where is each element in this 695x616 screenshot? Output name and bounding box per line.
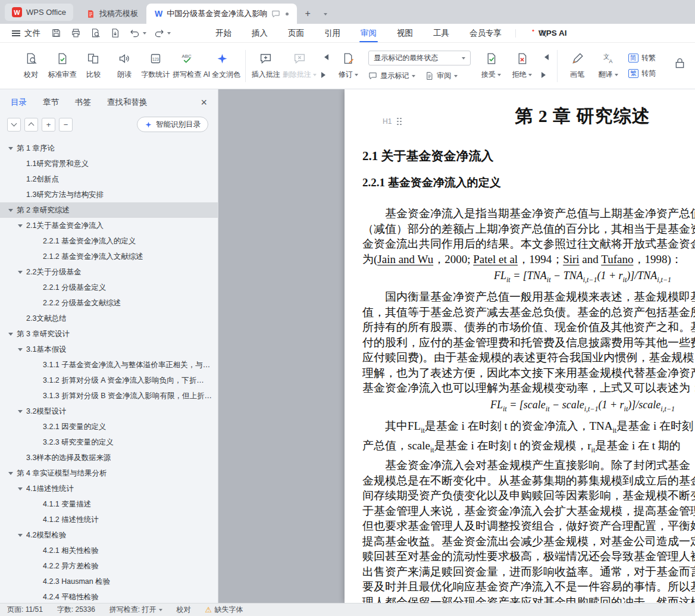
- toc-collapse-caret-icon[interactable]: [8, 207, 17, 214]
- read-aloud-button[interactable]: 朗读: [109, 50, 140, 82]
- drag-handle-icon[interactable]: [397, 118, 402, 126]
- toc-collapse-caret-icon[interactable]: [18, 268, 26, 276]
- word-count-button[interactable]: 字数统计: [140, 50, 171, 82]
- toc-item[interactable]: 3.3样本的选择及数据来源: [0, 450, 218, 465]
- show-markup-button[interactable]: 显示标记: [368, 71, 415, 81]
- to-traditional-button[interactable]: 简 转繁: [628, 53, 656, 63]
- to-simplified-button[interactable]: 繁 转简: [628, 68, 656, 79]
- menu-tab-page[interactable]: 页面: [278, 24, 314, 42]
- toc-item[interactable]: 4.2.1 相关性检验: [0, 543, 218, 558]
- toc-item[interactable]: 2.2.1 分级基金定义: [0, 280, 218, 295]
- toc-item[interactable]: 2.1关于基金资金净流入: [0, 218, 218, 233]
- toc-item[interactable]: 第 4 章实证模型与结果分析: [0, 465, 218, 481]
- search-button[interactable]: [536, 26, 550, 40]
- toc-collapse-caret-icon[interactable]: [8, 470, 17, 477]
- toc-collapse-caret-icon[interactable]: [18, 222, 26, 230]
- menu-tab-membership[interactable]: 会员专享: [459, 24, 512, 42]
- file-menu-button[interactable]: 文件: [6, 28, 46, 39]
- undo-dropdown-caret[interactable]: [143, 32, 146, 36]
- toc-item[interactable]: 2.3文献总结: [0, 311, 218, 326]
- menu-tab-review[interactable]: 审阅: [350, 24, 387, 42]
- missing-font-warning[interactable]: ⚠ 缺失字体: [205, 605, 243, 615]
- review-pane-button[interactable]: 审阅: [425, 71, 458, 81]
- panel-tab-bookmarks[interactable]: 书签: [75, 97, 91, 108]
- save-button[interactable]: [49, 26, 63, 40]
- proofread-status[interactable]: 校对: [177, 605, 191, 615]
- toc-item[interactable]: 3.1基本假设: [0, 342, 218, 357]
- toc-collapse-caret-icon[interactable]: [18, 346, 26, 354]
- toc-item[interactable]: 4.1描述性统计: [0, 481, 218, 496]
- tab-current-document[interactable]: W 中国分级基金资金净流入影响: [146, 4, 297, 24]
- toc-collapse-caret-icon[interactable]: [8, 145, 17, 152]
- next-comment-button[interactable]: [319, 70, 331, 80]
- tab-wps-office[interactable]: W WPS Office: [5, 4, 73, 21]
- menu-tab-reference[interactable]: 引用: [314, 24, 350, 42]
- insert-comment-button[interactable]: 插入批注: [250, 50, 281, 82]
- menu-tab-view[interactable]: 视图: [387, 24, 423, 42]
- menu-tab-tools[interactable]: 工具: [423, 24, 459, 42]
- toc-collapse-caret-icon[interactable]: [18, 408, 26, 415]
- compare-button[interactable]: 比较: [78, 50, 109, 82]
- close-panel-button[interactable]: ×: [201, 97, 207, 108]
- undo-button[interactable]: [127, 26, 142, 40]
- reject-changes-button[interactable]: 拒绝: [506, 50, 537, 82]
- page-indicator[interactable]: 页面: 11/51: [7, 605, 43, 615]
- ai-polish-button[interactable]: AI 全文润色: [203, 50, 242, 82]
- panel-tab-contents[interactable]: 目录: [11, 97, 27, 108]
- toc-item[interactable]: 第 1 章序论: [0, 140, 218, 156]
- toc-collapse-caret-icon[interactable]: [8, 330, 17, 338]
- accept-changes-button[interactable]: 接受: [475, 50, 506, 82]
- spell-check-button[interactable]: 拼写检查: [171, 50, 203, 82]
- panel-tab-chapters[interactable]: 章节: [43, 97, 59, 108]
- toc-item[interactable]: 4.2.3 Hausman 检验: [0, 574, 218, 589]
- toc-item[interactable]: 3.1.2 折算对分级 A 资金净流入影响负向，下折…: [0, 373, 218, 388]
- toc-item[interactable]: 1.1研究背景和意义: [0, 156, 218, 171]
- toc-item[interactable]: 3.2.1 因变量的定义: [0, 419, 218, 434]
- toc-collapse-caret-icon[interactable]: [18, 485, 26, 493]
- panel-tab-find-replace[interactable]: 查找和替换: [107, 97, 148, 108]
- toc-item[interactable]: 4.1.1 变量描述: [0, 496, 218, 512]
- previous-comment-button[interactable]: [319, 52, 331, 62]
- toc-item[interactable]: 第 2 章研究综述: [0, 202, 218, 218]
- toc-item[interactable]: 3.1.1 子基金资金净流入与整体溢价率正相关，与…: [0, 357, 218, 373]
- zoom-in-outline-button[interactable]: +: [42, 118, 55, 132]
- toc-item[interactable]: 3.1.3 折算对分级 B 资金净流入影响有限，但上折…: [0, 388, 218, 404]
- toc-item[interactable]: 3.2模型设计: [0, 404, 218, 419]
- menu-tab-home[interactable]: 开始: [205, 24, 242, 42]
- toc-item[interactable]: 2.2.1 基金资金净流入的定义: [0, 233, 218, 249]
- pen-button[interactable]: 画笔: [562, 50, 593, 82]
- toc-item[interactable]: 4.1.2 描述性统计: [0, 512, 218, 527]
- translate-button[interactable]: 翻译: [593, 50, 624, 82]
- toc-item[interactable]: 4.2.4 平稳性检验: [0, 589, 218, 603]
- tab-list-dropdown-button[interactable]: [318, 7, 333, 21]
- toc-item[interactable]: 4.2.2 异方差检验: [0, 558, 218, 574]
- markup-state-dropdown[interactable]: 显示标记的最终状态: [368, 51, 471, 65]
- toc-collapse-caret-icon[interactable]: [18, 531, 26, 539]
- print-preview-button[interactable]: [88, 26, 102, 40]
- toc-item[interactable]: 2.2关于分级基金: [0, 264, 218, 280]
- spellcheck-status[interactable]: 拼写检查: 打开: [109, 605, 162, 615]
- toc-item[interactable]: 4.2模型检验: [0, 527, 218, 543]
- previous-change-button[interactable]: [539, 52, 551, 62]
- print-button[interactable]: [68, 26, 83, 40]
- restrict-editing-button[interactable]: [664, 55, 695, 77]
- toc-item[interactable]: 1.2创新点: [0, 171, 218, 187]
- new-tab-button[interactable]: +: [300, 7, 315, 21]
- redo-button[interactable]: [152, 26, 166, 40]
- menu-tab-insert[interactable]: 插入: [242, 24, 278, 42]
- expand-all-button[interactable]: [7, 118, 21, 132]
- toc-item[interactable]: 3.2.3 研究变量的定义: [0, 434, 218, 450]
- proofread-button[interactable]: 校对: [15, 50, 46, 82]
- collapse-all-button[interactable]: [24, 118, 38, 132]
- redo-dropdown-caret[interactable]: [167, 32, 171, 36]
- track-changes-button[interactable]: 修订: [333, 50, 364, 82]
- toc-item[interactable]: 2.2.2 分级基金文献综述: [0, 295, 218, 311]
- zoom-out-outline-button[interactable]: −: [59, 118, 73, 132]
- toc-item[interactable]: 2.1.2 基金资金净流入文献综述: [0, 249, 218, 264]
- smart-toc-button[interactable]: 智能识别目录: [137, 117, 208, 132]
- toc-item[interactable]: 1.3研究方法与结构安排: [0, 187, 218, 202]
- standard-review-button[interactable]: 标准审查: [46, 50, 78, 82]
- tab-template-document[interactable]: 找稿壳模板: [78, 4, 146, 24]
- next-change-button[interactable]: [539, 70, 551, 80]
- export-pdf-button[interactable]: [108, 26, 122, 40]
